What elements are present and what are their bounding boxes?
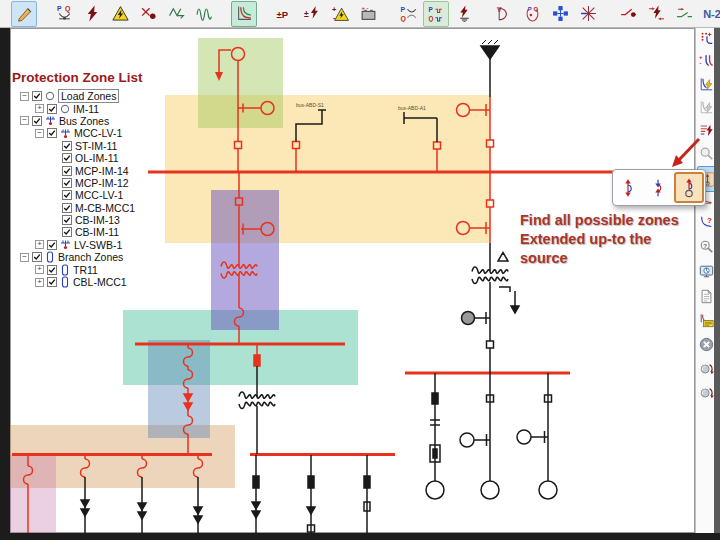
tree-row: +CBL-MCC1 [12, 276, 143, 288]
tree-checkbox[interactable] [62, 178, 72, 188]
tree-item-label[interactable]: LV-SWB-1 [74, 239, 122, 251]
tree-checkbox[interactable] [62, 203, 72, 213]
tree-checkbox[interactable] [62, 166, 72, 176]
star-analysis-button[interactable] [575, 1, 601, 27]
time-domain-load-flow-button[interactable]: PQ [423, 1, 449, 27]
right-toolbar: +-?? [695, 28, 714, 533]
protective-device-coordination-button[interactable] [231, 1, 257, 27]
protection-zone-list-title: Protection Zone List [12, 70, 143, 85]
transient-stability-button[interactable] [191, 1, 217, 27]
tree-item-label[interactable]: Branch Zones [58, 251, 123, 263]
tree-item-label[interactable]: Bus Zones [59, 115, 109, 127]
bus-zone-icon [60, 239, 71, 250]
extend-to-source-button[interactable] [674, 172, 704, 203]
circle-zone-icon [45, 91, 55, 101]
annotation-text: Find all possible zones Extended up-to t… [520, 211, 698, 268]
tree-item-label[interactable]: MCC-LV-1 [74, 127, 122, 139]
tree-row: +TR11 [12, 263, 143, 275]
tree-row: MCC-LV-1 [12, 189, 143, 201]
svg-text:P: P [400, 6, 405, 13]
tree-checkbox[interactable] [62, 190, 72, 200]
tree-expander-plus[interactable]: + [35, 265, 44, 274]
tree-item-label[interactable]: CB-IM-13 [75, 214, 120, 226]
tree-expander-plus[interactable]: + [35, 278, 44, 287]
tree-checkbox[interactable] [47, 240, 57, 250]
load-flow-button[interactable]: PQ [51, 1, 77, 27]
dc-load-flow-button[interactable]: ±P [271, 1, 297, 27]
tree-item-label[interactable]: MCC-LV-1 [75, 189, 123, 201]
tree-checkbox[interactable] [62, 141, 72, 151]
tree-item-label[interactable]: CBL-MCC1 [73, 276, 127, 288]
tree-checkbox[interactable] [62, 153, 72, 163]
zone-purple-transformer [211, 190, 279, 330]
motor-acceleration-button[interactable] [135, 1, 161, 27]
tree-row: −Bus Zones [12, 115, 143, 127]
tree-item-label[interactable]: ST-IM-11 [75, 140, 117, 152]
switching-sequence-button[interactable] [615, 1, 641, 27]
harmonic-analysis-button[interactable] [163, 1, 189, 27]
tree-checkbox[interactable] [32, 116, 42, 126]
tree-row: +LV-SWB-1 [12, 239, 143, 251]
svg-text:±: ± [304, 9, 309, 19]
tree-item-label[interactable]: M-CB-MCC1 [75, 202, 135, 214]
arc-flash-button[interactable] [107, 1, 133, 27]
edit-pencil-button[interactable] [11, 1, 37, 27]
extend-zone-both-button[interactable] [644, 173, 672, 202]
tree-checkbox[interactable] [32, 91, 42, 101]
svg-text:?: ? [707, 216, 712, 225]
svg-text:±P: ±P [276, 9, 288, 20]
tree-checkbox[interactable] [47, 104, 57, 114]
svg-text:Q: Q [400, 15, 406, 22]
tree-item-label[interactable]: Load Zones [58, 89, 119, 103]
tree-item-label[interactable]: TR11 [73, 264, 98, 276]
tree-row: MCP-IM-14 [12, 164, 143, 176]
voltage-stability-button[interactable]: V [491, 1, 517, 27]
reactive-compensation-button[interactable]: PQ [519, 1, 545, 27]
zone-green-top [198, 38, 283, 128]
battery-discharge-button[interactable]: + - [355, 1, 381, 27]
tree-checkbox[interactable] [62, 227, 72, 237]
short-circuit-button[interactable] [79, 1, 105, 27]
tree-item-label[interactable]: IM-11 [73, 103, 99, 115]
tree-expander-minus[interactable]: − [20, 92, 29, 101]
svg-text:P: P [57, 5, 62, 12]
tree-item-label[interactable]: OL-IM-11 [75, 152, 119, 164]
tree-checkbox[interactable] [47, 265, 57, 275]
zone-extension-flyout [612, 169, 706, 206]
tree-expander-plus[interactable]: + [35, 240, 44, 249]
tree-checkbox[interactable] [47, 277, 57, 287]
fault-insertion-button[interactable] [643, 1, 669, 27]
branch-zone-icon [60, 264, 70, 276]
svg-text:-: - [699, 59, 701, 66]
tree-item-label[interactable]: MCP-IM-12 [75, 177, 129, 189]
tree-expander-minus[interactable]: − [20, 253, 29, 262]
branch-zone-icon [60, 276, 70, 288]
dc-short-circuit-button[interactable]: ± [299, 1, 325, 27]
tree-expander-plus[interactable]: + [35, 104, 44, 113]
zone-blue-cable [148, 340, 210, 438]
window-edge-bottom [0, 533, 720, 540]
tree-checkbox[interactable] [62, 215, 72, 225]
tree-row: −Branch Zones [12, 251, 143, 263]
tree-expander-minus[interactable]: − [20, 116, 29, 125]
svg-text:Q: Q [428, 15, 433, 22]
tree-checkbox[interactable] [47, 128, 57, 138]
tree-row: ST-IM-11 [12, 140, 143, 152]
tree-item-label[interactable]: MCP-IM-14 [75, 165, 129, 177]
tree-row: CB-IM-13 [12, 214, 143, 226]
tree-expander-minus[interactable]: − [35, 129, 44, 138]
tree-row: MCP-IM-12 [12, 177, 143, 189]
tree-item-label[interactable]: CB-IM-11 [75, 226, 119, 238]
window-edge-right [714, 28, 720, 533]
extend-zone-up-button[interactable] [614, 173, 642, 202]
svg-text:P: P [428, 6, 433, 13]
optimal-power-flow-button[interactable] [547, 1, 573, 27]
ground-fault-button[interactable] [451, 1, 477, 27]
svg-text:?: ? [703, 242, 707, 249]
unbalanced-load-flow-button[interactable]: PQ [395, 1, 421, 27]
contingency-button[interactable]: N-2 [699, 1, 720, 27]
tree-checkbox[interactable] [32, 252, 42, 262]
reliability-button[interactable] [671, 1, 697, 27]
svg-text:P: P [527, 6, 531, 12]
dc-arc-flash-button[interactable]: +- [327, 1, 353, 27]
